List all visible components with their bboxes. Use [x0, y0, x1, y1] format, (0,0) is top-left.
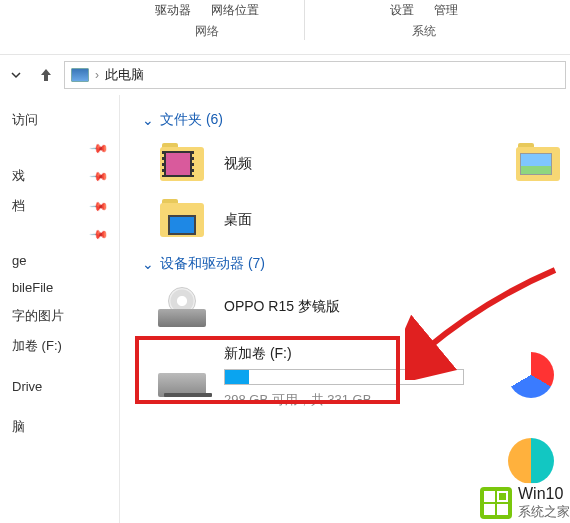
- sidebar-item[interactable]: [4, 361, 115, 373]
- ribbon-group-network: 网络: [195, 23, 219, 40]
- drive-usage-text: 298 GB 可用，共 331 GB: [224, 391, 464, 409]
- group-header-drives[interactable]: ⌄ 设备和驱动器 (7): [142, 255, 562, 273]
- ribbon: 驱动器 网络位置 网络 设置 管理 系统: [0, 0, 570, 55]
- folder-label: 视频: [224, 155, 252, 173]
- ribbon-drive-label[interactable]: 驱动器: [155, 2, 191, 19]
- drive-label: 新加卷 (F:): [224, 345, 464, 363]
- chevron-right-icon[interactable]: ›: [95, 68, 99, 82]
- windows-logo-icon: [480, 487, 512, 519]
- watermark-brand: Win10: [518, 485, 568, 503]
- sidebar-item[interactable]: bileFile: [4, 274, 115, 301]
- sidebar-item[interactable]: 📌: [4, 221, 115, 247]
- chevron-down-icon: ⌄: [142, 256, 154, 272]
- ribbon-settings-label[interactable]: 设置: [390, 2, 414, 19]
- group-header-folders[interactable]: ⌄ 文件夹 (6): [142, 111, 562, 129]
- drive-usage-bar: [224, 369, 464, 385]
- sidebar-item[interactable]: 档📌: [4, 191, 115, 221]
- pin-icon: 📌: [89, 166, 110, 187]
- pin-icon: 📌: [89, 138, 110, 159]
- sidebar-item[interactable]: 字的图片: [4, 301, 115, 331]
- ribbon-manage-label[interactable]: 管理: [434, 2, 458, 19]
- folder-desktop-icon: [158, 199, 206, 241]
- folder-desktop[interactable]: 桌面: [158, 199, 252, 241]
- sidebar-item[interactable]: ge: [4, 247, 115, 274]
- pin-icon: 📌: [89, 224, 110, 245]
- sidebar-item[interactable]: 📌: [4, 135, 115, 161]
- drive-hdd-icon: [158, 357, 206, 397]
- app-icon-baidu-netdisk[interactable]: [508, 352, 554, 398]
- folder-pictures-icon: [514, 143, 562, 185]
- this-pc-icon: [71, 68, 89, 82]
- drive-disc-icon: [158, 287, 206, 327]
- sidebar-item[interactable]: [4, 400, 115, 412]
- sidebar-item[interactable]: 加卷 (F:): [4, 331, 115, 361]
- sidebar: 访问 📌 戏📌 档📌 📌 ge bileFile 字的图片 加卷 (F:) Dr…: [0, 95, 120, 523]
- sidebar-item[interactable]: 戏📌: [4, 161, 115, 191]
- folder-pictures-partial[interactable]: [514, 143, 562, 185]
- folder-video-icon: [158, 143, 206, 185]
- folder-label: 桌面: [224, 211, 252, 229]
- address-row: › 此电脑: [0, 55, 570, 95]
- ribbon-group-system: 系统: [412, 23, 436, 40]
- breadcrumb-this-pc[interactable]: 此电脑: [105, 66, 144, 84]
- ribbon-netloc-label[interactable]: 网络位置: [211, 2, 259, 19]
- app-icon-round[interactable]: [508, 438, 554, 484]
- folder-videos[interactable]: 视频: [158, 143, 252, 185]
- sidebar-item-onedrive[interactable]: Drive: [4, 373, 115, 400]
- watermark-site: 系统之家: [518, 503, 570, 521]
- sidebar-item-thispc[interactable]: 脑: [4, 412, 115, 442]
- chevron-down-icon: ⌄: [142, 112, 154, 128]
- main-area: 访问 📌 戏📌 档📌 📌 ge bileFile 字的图片 加卷 (F:) Dr…: [0, 95, 570, 523]
- history-dropdown[interactable]: [4, 63, 28, 87]
- up-button[interactable]: [34, 63, 58, 87]
- address-bar[interactable]: › 此电脑: [64, 61, 566, 89]
- drive-oppo-r15[interactable]: OPPO R15 梦镜版: [158, 287, 562, 327]
- pin-icon: 📌: [89, 196, 110, 217]
- drive-volume-f[interactable]: 新加卷 (F:) 298 GB 可用，共 331 GB: [158, 345, 562, 409]
- drive-label: OPPO R15 梦镜版: [224, 298, 340, 316]
- sidebar-item-quickaccess[interactable]: 访问: [4, 105, 115, 135]
- content-pane: ⌄ 文件夹 (6) 视频: [120, 95, 570, 523]
- watermark: Win10 系统之家: [480, 483, 570, 523]
